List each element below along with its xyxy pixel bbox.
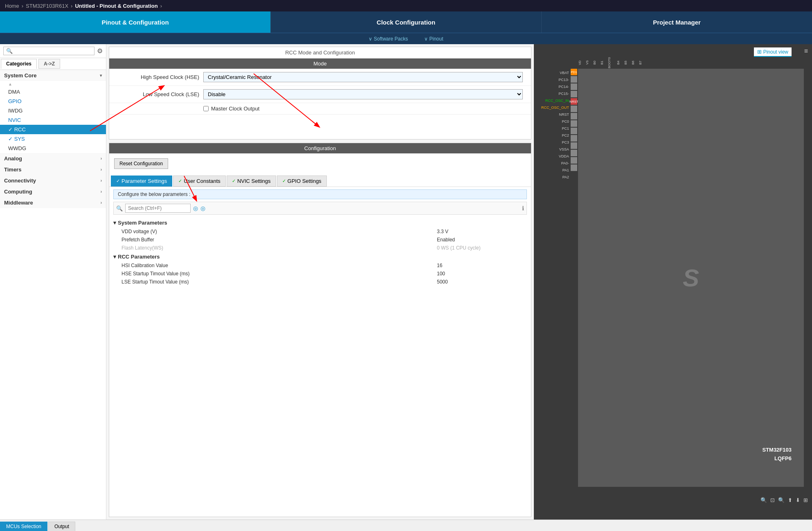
grid-icon[interactable]: ⊞ xyxy=(803,497,808,503)
st-logo: S xyxy=(683,264,699,292)
bottom-tab-output[interactable]: Output xyxy=(48,522,75,531)
lse-label: Low Speed Clock (LSE) xyxy=(117,91,199,97)
pin-indicators: PD0 PD1 NRST xyxy=(571,69,577,171)
tab-project-manager[interactable]: Project Manager xyxy=(542,11,812,33)
config-body: Configure the below parameters : 🔍 ◎ ◎ ℹ… xyxy=(109,187,531,288)
chip-label: STM32F103 LQFP6 xyxy=(762,445,792,462)
sidebar-tab-categories[interactable]: Categories xyxy=(1,59,37,69)
breadcrumb-home[interactable]: Home xyxy=(5,3,19,9)
tab-pinout-configuration[interactable]: Pinout & Configuration xyxy=(0,11,271,33)
pin-label-pc0: PC0 xyxy=(534,118,571,125)
prev-nav-icon[interactable]: ◎ xyxy=(193,205,198,212)
param-row-vdd: VDD voltage (V) 3.3 V xyxy=(113,227,527,236)
fit-icon[interactable]: ⊡ xyxy=(770,497,775,503)
config-tab-bar: ✓ Parameter Settings ✓ User Constants ✓ … xyxy=(109,174,531,187)
sidebar-section-timers[interactable]: Timers › xyxy=(0,164,106,175)
lse-select[interactable]: Disable Crystal/Ceramic Resonator BYPASS… xyxy=(203,89,523,99)
bottom-tab-mcu-selection[interactable]: MCUs Selection xyxy=(0,522,47,531)
main-layout: 🔍 ⚙ Categories A->Z System Core ▾ ▲ DMA … xyxy=(0,44,812,520)
chevron-right-icon: › xyxy=(101,178,102,183)
sidebar-item-nvic[interactable]: NVIC xyxy=(0,115,106,125)
top-pin-labels: VD VS B0 B1 BOOT0 B4 B5 B6 B7 xyxy=(578,56,645,69)
tab-clock-configuration[interactable]: Clock Configuration xyxy=(271,11,542,33)
sub-tab-pinout[interactable]: ∨ Pinout xyxy=(424,35,443,43)
config-tab-user-constants[interactable]: ✓ User Constants xyxy=(173,176,226,187)
config-tab-gpio-settings[interactable]: ✓ GPIO Settings xyxy=(277,176,327,187)
mco-label-text: Master Clock Output xyxy=(211,106,260,112)
config-tab-parameter-settings[interactable]: ✓ Parameter Settings xyxy=(111,176,172,187)
sidebar-item-dma[interactable]: DMA xyxy=(0,87,106,97)
sidebar-search-input[interactable] xyxy=(13,48,92,54)
check-icon: ✓ xyxy=(232,178,236,184)
param-lse-startup-value: 5000 xyxy=(437,279,519,285)
config-tab-nvic-settings[interactable]: ✓ NVIC Settings xyxy=(227,176,276,187)
breadcrumb-device[interactable]: STM32F103R61X xyxy=(26,3,68,9)
sidebar-section-middleware-label: Middleware xyxy=(4,200,33,206)
sidebar-section-connectivity-label: Connectivity xyxy=(4,178,36,184)
pinout-view-label: Pinout view xyxy=(763,49,788,55)
sidebar-item-rcc[interactable]: RCC xyxy=(0,125,106,134)
sidebar-tab-az[interactable]: A->Z xyxy=(38,59,60,69)
config-search-input[interactable] xyxy=(125,204,191,213)
sidebar-section-analog-label: Analog xyxy=(4,155,22,162)
menu-icon[interactable]: ≡ xyxy=(804,47,808,55)
chevron-right-icon: › xyxy=(101,167,102,172)
pin-label-pc15: PC15- xyxy=(534,90,571,97)
config-header: Configuration xyxy=(109,143,531,153)
breadcrumb-current: Untitled - Pinout & Configuration xyxy=(75,3,157,9)
sidebar-section-computing[interactable]: Computing › xyxy=(0,186,106,197)
collapse-arrow: ▲ xyxy=(0,81,106,87)
sidebar-item-iwdg[interactable]: IWDG xyxy=(0,106,106,115)
hse-select[interactable]: Crystal/Ceramic Resonator Disable BYPASS… xyxy=(203,72,523,82)
sidebar-section-timers-label: Timers xyxy=(4,166,21,173)
pin-label-pc1: PC1 xyxy=(534,125,571,132)
param-flash-value: 0 WS (1 CPU cycle) xyxy=(437,245,519,251)
sidebar-section-analog[interactable]: Analog › xyxy=(0,153,106,164)
system-params-header: ▾ System Parameters xyxy=(113,218,527,227)
reset-configuration-button[interactable]: Reset Configuration xyxy=(114,158,168,169)
left-pin-labels: VBAT PC13- PC14- PC15- RCC_OSC_IN RCC_OS… xyxy=(534,63,571,180)
chevron-down-icon: ▾ xyxy=(100,73,102,78)
zoom-out-icon[interactable]: 🔍 xyxy=(778,497,785,503)
sidebar-section-middleware[interactable]: Middleware › xyxy=(0,197,106,208)
pin-ind-rcc-osc-out: PD1 xyxy=(571,69,577,75)
pin-ind-pc3 xyxy=(571,128,577,134)
rcc-params-header: ▾ RCC Parameters xyxy=(113,252,527,261)
right-panel: ⊞ Pinout view ≡ VBAT PC13- PC14- PC15- R… xyxy=(534,44,812,520)
sub-tab-software-packs[interactable]: ∨ Software Packs xyxy=(369,35,408,43)
zoom-in-icon[interactable]: 🔍 xyxy=(760,497,767,503)
param-row-hsi: HSI Calibration Value 16 xyxy=(113,261,527,270)
zoom-controls: 🔍 ⊡ 🔍 ⬆ ⬇ ⊞ xyxy=(760,497,808,503)
pin-top-b4: B4 xyxy=(616,56,623,69)
param-hse-startup-value: 100 xyxy=(437,271,519,277)
download-icon[interactable]: ⬇ xyxy=(796,497,800,503)
export-icon[interactable]: ⬆ xyxy=(788,497,792,503)
param-prefetch-value: Enabled xyxy=(437,237,519,243)
pin-label-nrst: NRST xyxy=(534,111,571,118)
config-tab-parameter-label: Parameter Settings xyxy=(121,178,167,184)
pin-top-b0: B0 xyxy=(593,56,599,69)
sidebar-item-gpio[interactable]: GPIO xyxy=(0,97,106,106)
next-nav-icon[interactable]: ◎ xyxy=(200,205,205,212)
param-prefetch-name: Prefetch Buffer xyxy=(121,237,437,243)
mco-row: Master Clock Output xyxy=(109,103,531,115)
pinout-view-button[interactable]: ⊞ Pinout view xyxy=(754,47,792,57)
chevron-right-icon: › xyxy=(101,200,102,205)
check-icon: ✓ xyxy=(178,178,182,184)
sidebar-section-system-core[interactable]: System Core ▾ xyxy=(0,70,106,81)
info-icon[interactable]: ℹ xyxy=(522,205,524,212)
breadcrumb: Home › STM32F103R61X › Untitled - Pinout… xyxy=(0,0,812,11)
sidebar-section-connectivity[interactable]: Connectivity › xyxy=(0,175,106,186)
mcu-chip-body: S STM32F103 LQFP6 xyxy=(578,69,804,487)
config-panel: Configuration Reset Configuration ✓ Para… xyxy=(109,143,531,517)
param-lse-startup-name: LSE Startup Timout Value (ms) xyxy=(121,279,437,285)
rcc-mode-header: Mode xyxy=(109,59,531,69)
gear-icon[interactable]: ⚙ xyxy=(97,47,103,55)
sidebar-item-wwdg[interactable]: WWDG xyxy=(0,144,106,153)
sidebar-item-sys[interactable]: SYS xyxy=(0,134,106,144)
pin-ind-nrst: NRST xyxy=(571,98,577,105)
pin-top-boot0: BOOT0 xyxy=(607,56,616,69)
sidebar-search-wrap[interactable]: 🔍 xyxy=(3,47,94,55)
mco-checkbox[interactable] xyxy=(203,106,209,111)
pin-ind-pc15 xyxy=(571,91,577,97)
